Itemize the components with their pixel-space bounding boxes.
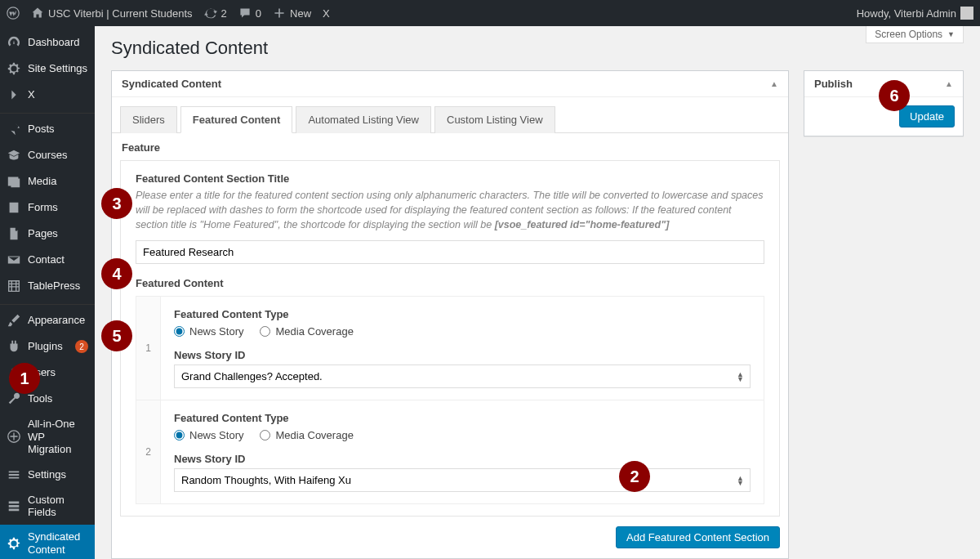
howdy-text: Howdy, Viterbi Admin — [857, 7, 956, 20]
x-link[interactable]: X — [323, 7, 330, 20]
chevron-down-icon: ▼ — [947, 30, 955, 38]
update-button[interactable]: Update — [899, 105, 955, 127]
radio-media-coverage-1[interactable]: Media Coverage — [260, 325, 353, 338]
sidebar-item-posts[interactable]: Posts — [0, 113, 95, 142]
sidebar-item-forms[interactable]: Forms — [0, 195, 95, 221]
comment-icon — [238, 7, 252, 20]
pages-icon — [7, 226, 21, 241]
x-label: X — [323, 7, 330, 20]
tab-sliders[interactable]: Sliders — [120, 106, 177, 133]
section-title-desc: Please enter a title for the featured co… — [136, 188, 764, 232]
annotation-2: 2 — [619, 461, 650, 492]
tab-custom-listing[interactable]: Custom Listing View — [434, 106, 555, 133]
annotation-5: 5 — [101, 320, 132, 351]
radio-media-coverage-2[interactable]: Media Coverage — [260, 429, 353, 441]
home-icon — [31, 7, 44, 20]
gear-icon — [7, 61, 21, 76]
page-title: Syndicated Content — [111, 38, 964, 59]
metabox-toggle[interactable]: ▲ — [770, 79, 778, 88]
story-id-label: News Story ID — [174, 349, 751, 361]
brush-icon — [7, 313, 21, 328]
fc-type-label: Featured Content Type — [174, 308, 751, 320]
sidebar-item-tablepress[interactable]: TablePress — [0, 273, 95, 299]
sidebar-item-settings[interactable]: Settings — [0, 462, 95, 488]
annotation-1: 1 — [9, 363, 40, 394]
add-section-button[interactable]: Add Featured Content Section — [616, 526, 780, 548]
comments-count: 0 — [256, 7, 261, 20]
syndicated-icon — [7, 536, 21, 551]
contact-icon — [7, 253, 21, 267]
annotation-3: 3 — [101, 188, 132, 219]
updates-count: 2 — [221, 7, 227, 20]
section-label: Feature — [112, 133, 788, 160]
sidebar-item-x[interactable]: X — [0, 82, 95, 108]
admin-sidebar: Dashboard Site Settings X Posts Courses … — [0, 26, 95, 559]
featured-content-heading: Featured Content — [136, 277, 764, 289]
main-content: Screen Options▼ Syndicated Content Syndi… — [95, 26, 980, 559]
publish-toggle[interactable]: ▲ — [945, 79, 953, 88]
tools-icon — [7, 391, 21, 406]
arrow-icon — [7, 87, 21, 102]
updates-link[interactable]: 2 — [204, 7, 227, 20]
migration-icon — [7, 429, 21, 444]
pin-icon — [7, 122, 21, 136]
sidebar-item-appearance[interactable]: Appearance — [0, 304, 95, 333]
sidebar-item-custom-fields[interactable]: Custom Fields — [0, 488, 95, 525]
site-name: USC Viterbi | Current Students — [48, 7, 193, 20]
section-title-label: Featured Content Section Title — [136, 172, 764, 185]
publish-title: Publish — [814, 78, 853, 90]
media-icon — [7, 174, 21, 189]
sidebar-item-syndicated-content[interactable]: Syndicated Content — [0, 525, 95, 559]
howdy-link[interactable]: Howdy, Viterbi Admin — [857, 7, 973, 20]
plugins-badge: 2 — [75, 340, 88, 353]
dashboard-icon — [7, 35, 21, 50]
updates-icon — [204, 7, 217, 20]
new-label: New — [290, 7, 311, 20]
admin-bar: USC Viterbi | Current Students 2 0 New X… — [0, 0, 980, 26]
story-select-1[interactable]: Grand Challenges? Accepted. — [174, 364, 751, 388]
site-name-link[interactable]: USC Viterbi | Current Students — [31, 7, 193, 20]
sidebar-item-dashboard[interactable]: Dashboard — [0, 29, 95, 56]
courses-icon — [7, 148, 21, 163]
annotation-4: 4 — [101, 258, 132, 289]
sidebar-item-migration[interactable]: All-in-One WP Migration — [0, 412, 95, 462]
syndicated-content-metabox: Syndicated Content ▲ Sliders Featured Co… — [111, 70, 789, 559]
row-number: 2 — [136, 400, 161, 504]
section-title-input[interactable] — [136, 240, 764, 264]
table-icon — [7, 279, 21, 293]
sidebar-item-courses[interactable]: Courses — [0, 142, 95, 168]
sidebar-item-pages[interactable]: Pages — [0, 221, 95, 247]
metabox-title: Syndicated Content — [122, 78, 221, 90]
new-link[interactable]: New — [273, 7, 311, 20]
story-select-2[interactable]: Random Thoughts, With Haifeng Xu — [174, 468, 751, 492]
screen-options-toggle[interactable]: Screen Options▼ — [866, 26, 964, 43]
forms-icon — [7, 200, 21, 215]
avatar — [960, 7, 973, 20]
tab-automated-listing[interactable]: Automated Listing View — [296, 106, 431, 133]
tab-featured-content[interactable]: Featured Content — [180, 106, 293, 133]
comments-link[interactable]: 0 — [238, 7, 261, 20]
tab-list: Sliders Featured Content Automated Listi… — [112, 105, 788, 133]
fields-icon — [7, 499, 21, 513]
sidebar-item-contact[interactable]: Contact — [0, 247, 95, 273]
radio-news-story-1[interactable]: News Story — [174, 325, 243, 338]
annotation-6: 6 — [879, 80, 910, 111]
radio-news-story-2[interactable]: News Story — [174, 429, 243, 441]
plus-icon — [273, 7, 286, 20]
sidebar-item-site-settings[interactable]: Site Settings — [0, 56, 95, 82]
row-number: 1 — [136, 297, 161, 400]
fc-type-label: Featured Content Type — [174, 412, 751, 424]
story-id-label: News Story ID — [174, 453, 751, 465]
wp-logo[interactable] — [7, 7, 20, 20]
settings-icon — [7, 467, 21, 482]
sidebar-item-media[interactable]: Media — [0, 168, 95, 195]
plugin-icon — [7, 339, 21, 354]
sidebar-item-plugins[interactable]: Plugins2 — [0, 333, 95, 360]
